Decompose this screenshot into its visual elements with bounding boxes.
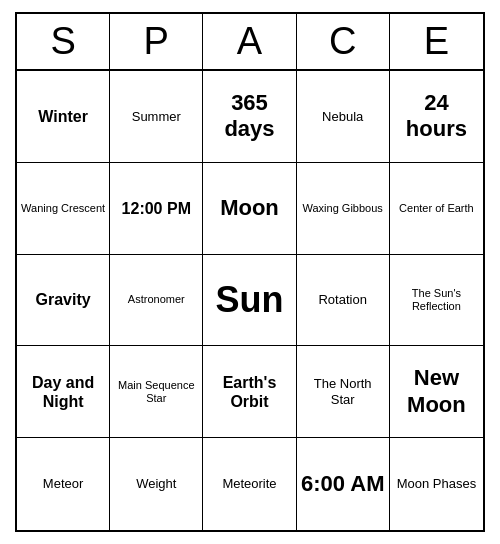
bingo-cell-2: 365 days bbox=[203, 71, 296, 163]
bingo-grid: WinterSummer365 daysNebula24 hoursWaning… bbox=[17, 71, 483, 530]
bingo-cell-6: 12:00 PM bbox=[110, 163, 203, 255]
header-letter-c: C bbox=[297, 14, 390, 69]
bingo-cell-16: Main Sequence Star bbox=[110, 346, 203, 438]
bingo-cell-7: Moon bbox=[203, 163, 296, 255]
bingo-cell-13: Rotation bbox=[297, 255, 390, 347]
bingo-cell-5: Waning Crescent bbox=[17, 163, 110, 255]
bingo-cell-9: Center of Earth bbox=[390, 163, 483, 255]
bingo-cell-19: New Moon bbox=[390, 346, 483, 438]
bingo-cell-22: Meteorite bbox=[203, 438, 296, 530]
header-letter-e: E bbox=[390, 14, 483, 69]
header-letter-p: P bbox=[110, 14, 203, 69]
bingo-cell-12: Sun bbox=[203, 255, 296, 347]
bingo-cell-0: Winter bbox=[17, 71, 110, 163]
bingo-cell-4: 24 hours bbox=[390, 71, 483, 163]
bingo-card: SPACE WinterSummer365 daysNebula24 hours… bbox=[15, 12, 485, 532]
bingo-cell-3: Nebula bbox=[297, 71, 390, 163]
bingo-cell-17: Earth's Orbit bbox=[203, 346, 296, 438]
bingo-cell-24: Moon Phases bbox=[390, 438, 483, 530]
bingo-cell-21: Weight bbox=[110, 438, 203, 530]
bingo-cell-23: 6:00 AM bbox=[297, 438, 390, 530]
bingo-cell-8: Waxing Gibbous bbox=[297, 163, 390, 255]
bingo-cell-11: Astronomer bbox=[110, 255, 203, 347]
bingo-cell-10: Gravity bbox=[17, 255, 110, 347]
bingo-cell-14: The Sun's Reflection bbox=[390, 255, 483, 347]
bingo-header: SPACE bbox=[17, 14, 483, 71]
bingo-cell-1: Summer bbox=[110, 71, 203, 163]
bingo-cell-15: Day and Night bbox=[17, 346, 110, 438]
header-letter-a: A bbox=[203, 14, 296, 69]
bingo-cell-18: The North Star bbox=[297, 346, 390, 438]
header-letter-s: S bbox=[17, 14, 110, 69]
bingo-cell-20: Meteor bbox=[17, 438, 110, 530]
